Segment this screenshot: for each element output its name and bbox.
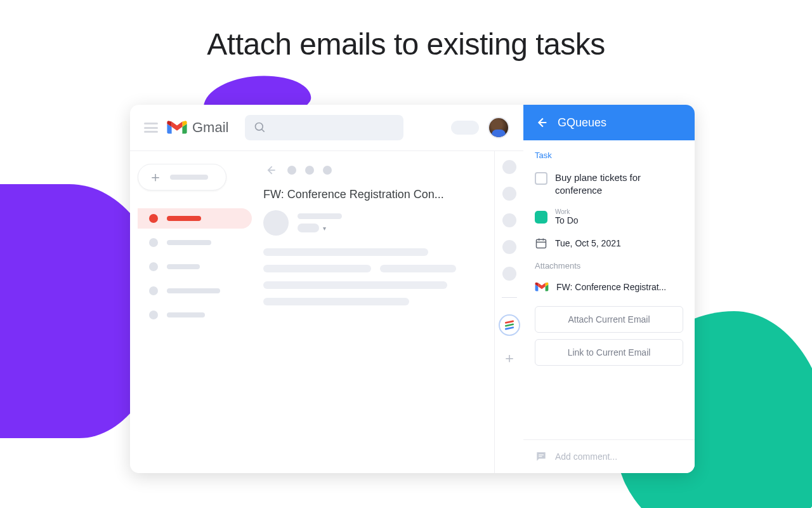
menu-icon[interactable] — [144, 123, 158, 133]
calendar-icon — [535, 237, 547, 250]
sender-name-placeholder — [298, 213, 342, 219]
rail-divider — [502, 297, 517, 298]
rail-app[interactable] — [502, 213, 516, 227]
gmail-m-icon — [535, 282, 549, 292]
queue-category: Work — [555, 209, 579, 215]
sidebar-item-inbox[interactable] — [138, 208, 252, 229]
back-arrow-icon[interactable] — [535, 116, 549, 130]
rail-app[interactable] — [502, 240, 516, 254]
attachment-item[interactable]: FW: Conference Registrat... — [535, 282, 683, 292]
queue-color-swatch — [535, 211, 547, 224]
compose-label-placeholder — [170, 175, 208, 180]
svg-rect-11 — [539, 455, 544, 455]
toolbar-action[interactable] — [287, 166, 296, 175]
queue-selector[interactable]: Work To Do — [535, 209, 683, 225]
sender-meta-placeholder — [298, 224, 319, 232]
task-section-label: Task — [535, 150, 683, 160]
addon-rail: ＋ — [494, 151, 523, 473]
attachments-section-label: Attachments — [535, 261, 683, 271]
toolbar-action[interactable] — [323, 166, 332, 175]
gmail-sidebar: ＋ — [130, 151, 257, 473]
email-subject: FW: Conference Registration Con... — [263, 188, 484, 201]
sidebar-item[interactable] — [138, 281, 252, 301]
rail-app[interactable] — [502, 267, 516, 281]
rail-add-app-button[interactable]: ＋ — [502, 349, 516, 368]
queue-name: To Do — [555, 215, 579, 225]
panel-title: GQueues — [558, 116, 606, 130]
task-date: Tue, Oct 5, 2021 — [555, 238, 621, 248]
toolbar-action[interactable] — [305, 166, 314, 175]
attachment-name: FW: Conference Registrat... — [556, 282, 666, 292]
svg-rect-3 — [504, 320, 514, 324]
search-icon — [254, 121, 266, 134]
comment-icon — [535, 450, 547, 463]
app-window: Gmail ＋ — [130, 105, 695, 473]
attach-email-button[interactable]: Attach Current Email — [535, 306, 683, 333]
gmail-pane: Gmail ＋ — [130, 105, 523, 473]
sender-avatar — [263, 210, 289, 236]
task-checkbox[interactable] — [535, 172, 547, 185]
svg-rect-7 — [537, 239, 546, 248]
back-button[interactable] — [263, 163, 278, 178]
chevron-down-icon[interactable]: ▾ — [323, 225, 326, 232]
gmail-logo: Gmail — [167, 119, 228, 136]
sidebar-item[interactable] — [138, 305, 252, 325]
comment-placeholder: Add comment... — [555, 451, 617, 462]
rail-gqueues-app[interactable] — [499, 314, 520, 336]
page-headline: Attach emails to existing tasks — [0, 27, 812, 62]
svg-rect-12 — [539, 456, 542, 457]
gmail-app-name: Gmail — [192, 119, 228, 136]
task-name[interactable]: Buy plane tickets for conference — [555, 171, 683, 197]
svg-line-1 — [262, 130, 265, 132]
rail-app[interactable] — [502, 160, 516, 174]
svg-point-0 — [256, 123, 263, 131]
panel-header: GQueues — [523, 105, 695, 140]
compose-button[interactable]: ＋ — [138, 164, 226, 190]
svg-rect-4 — [504, 323, 514, 327]
add-comment-input[interactable]: Add comment... — [523, 439, 695, 473]
gmail-header: Gmail — [130, 105, 523, 151]
avatar[interactable] — [488, 117, 509, 138]
header-placeholder — [451, 121, 479, 135]
plus-icon: ＋ — [148, 170, 162, 184]
sidebar-item[interactable] — [138, 257, 252, 277]
gmail-message-pane: FW: Conference Registration Con... ▾ — [257, 151, 494, 473]
email-body-placeholder — [263, 248, 484, 305]
svg-rect-5 — [504, 326, 514, 330]
search-input[interactable] — [245, 115, 403, 140]
gqueues-panel: GQueues Task Buy plane tickets for confe… — [523, 105, 695, 473]
rail-app[interactable] — [502, 187, 516, 201]
sidebar-item[interactable] — [138, 232, 252, 253]
link-email-button[interactable]: Link to Current Email — [535, 339, 683, 366]
gmail-m-icon — [167, 120, 187, 135]
date-selector[interactable]: Tue, Oct 5, 2021 — [535, 237, 683, 250]
